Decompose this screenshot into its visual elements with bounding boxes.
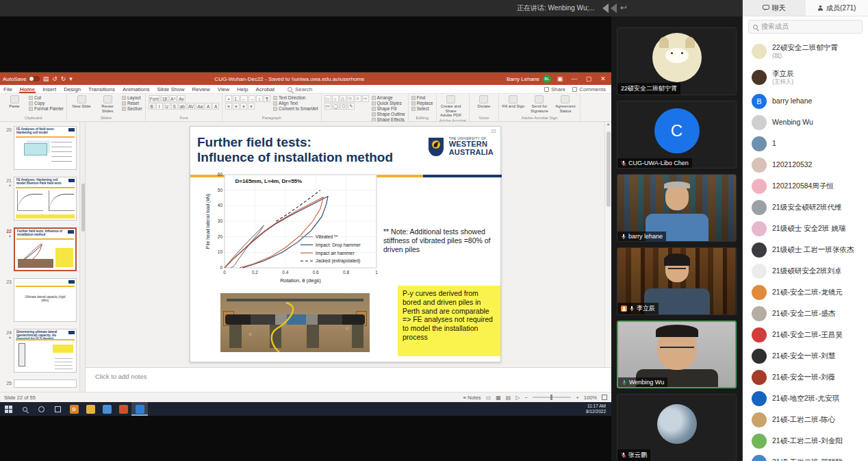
member-row-1202120584周子恒[interactable]: 1202120584周子恒 — [743, 175, 868, 197]
slide-thumbnail-preview[interactable]: FE Analyses: Hardening soil model Shento… — [14, 177, 77, 221]
member-row-21级硕研安全2班刘卓[interactable]: 21级硕研安全2班刘卓 — [743, 260, 868, 282]
ribbon-button-align-text[interactable]: Align Text — [273, 101, 318, 105]
ribbon-tool-item[interactable]: ◇ — [347, 95, 354, 102]
slide-canvas[interactable]: 22 Further field tests: Influence of ins… — [190, 126, 501, 362]
slideshow-icon[interactable]: ▷ — [515, 395, 520, 401]
ribbon-tool-a[interactable]: A — [205, 103, 212, 110]
member-row-21硕-地空2班-尤安琪[interactable]: 21硕-地空2班-尤安琪 — [743, 388, 868, 409]
menu-tab-insert[interactable]: Insert — [42, 86, 57, 93]
member-row-22硕安全二班郁宁霄[interactable]: 22硕安全二班郁宁霄(我) — [743, 38, 868, 64]
ribbon-tool-font[interactable]: Font — [149, 95, 160, 102]
restore-button[interactable]: ▢ — [583, 75, 594, 82]
ribbon-tool-a[interactable]: A — [212, 103, 219, 110]
slide-thumbnail-25[interactable]: 25 — [3, 379, 77, 388]
ribbon-button-cut[interactable]: Cut — [29, 95, 64, 100]
ribbon-button-shape-effects[interactable]: Shape Effects — [372, 117, 405, 122]
member-row-李立辰[interactable]: 李立辰(主持人) — [743, 64, 868, 90]
thumbnail-scrollbar[interactable] — [79, 122, 85, 392]
menu-tab-design[interactable]: Design — [63, 86, 81, 93]
slide-thumbnail-preview[interactable]: Determining ultimate lateral (geotechnic… — [14, 329, 77, 373]
menu-tab-view[interactable]: View — [217, 86, 230, 93]
ribbon-tool-item[interactable]: ≡ — [233, 103, 240, 110]
member-row-21硕-安全二班-王昌昊[interactable]: 21硕-安全二班-王昌昊 — [743, 324, 868, 345]
tab-members[interactable]: 成员(271) — [806, 0, 868, 16]
member-row-21硕-安全二班-盛杰[interactable]: 21硕-安全二班-盛杰 — [743, 303, 868, 324]
member-row-1202120532[interactable]: 1202120532 — [743, 154, 868, 175]
ribbon-button-paste[interactable]: Paste — [3, 95, 26, 109]
account-avatar[interactable]: BL — [543, 75, 551, 83]
ribbon-tool-aa[interactable]: Aa — [196, 103, 204, 110]
slide-thumbnail-preview[interactable]: Further field tests: Influence of instal… — [14, 227, 77, 271]
ribbon-button-reuse-slides[interactable]: Reuse Slides — [96, 95, 119, 113]
slide-thumbnail-21[interactable]: 21✶FE Analyses: Hardening soil model She… — [3, 177, 77, 221]
ribbon-search[interactable]: Search — [288, 86, 312, 92]
member-row-21硕-安全一班-刘慧[interactable]: 21硕-安全一班-刘慧 — [743, 345, 868, 366]
normal-view-icon[interactable]: ▭ — [486, 395, 492, 401]
meeting-app-icon[interactable] — [131, 402, 148, 416]
ribbon-tool-ab[interactable]: ab — [179, 103, 186, 110]
slide-thumbnail-preview[interactable]: Ultimate lateral capacity (rigid piles) — [14, 278, 77, 322]
undo-icon[interactable]: ↺ — [52, 76, 58, 82]
ribbon-tool-item[interactable]: ⇨ — [362, 95, 369, 102]
menu-tab-help[interactable]: Help — [236, 86, 248, 93]
slide-thumbnail-20[interactable]: 20FE Analyses of field tests: Hardening … — [3, 126, 77, 170]
ribbon-button-create-and-share-adobe-pdf[interactable]: Create and Share Adobe PDF — [439, 95, 463, 118]
ribbon-button-shape-outline[interactable]: Shape Outline — [372, 112, 405, 116]
ribbon-button-copy[interactable]: Copy — [29, 101, 64, 105]
ribbon-tool-item[interactable]: ↕ — [256, 95, 263, 102]
close-button[interactable]: ✕ — [598, 75, 609, 82]
ribbon-tool-item[interactable]: ← — [240, 95, 248, 102]
ribbon-tool-item[interactable]: ⬠ — [340, 103, 347, 110]
ribbon-tool-item[interactable]: □ — [324, 95, 331, 102]
ribbon-tool-item[interactable]: △ — [340, 95, 346, 102]
zoom-out-icon[interactable]: − — [524, 395, 528, 401]
cortana-icon[interactable] — [33, 402, 49, 416]
member-row-1[interactable]: 1 — [743, 133, 868, 154]
member-row-21级安全硕研2班代维[interactable]: 21级安全硕研2班代维 — [743, 197, 868, 218]
tab-chat[interactable]: 聊天 — [743, 0, 806, 16]
ribbon-tool-item[interactable]: ▭ — [324, 103, 331, 110]
zoom-in-icon[interactable]: + — [576, 395, 579, 401]
ribbon-button-format-painter[interactable]: Format Painter — [29, 106, 64, 111]
member-row-21级硕士-安全2班-姚瑞[interactable]: 21级硕士 安全2班 姚瑞 — [743, 218, 868, 239]
slide-thumbnail-preview[interactable] — [14, 379, 77, 388]
ribbon-button-arrange[interactable]: Arrange — [372, 95, 405, 100]
ribbon-tool-item[interactable]: ≡ — [248, 103, 255, 110]
autosave-toggle[interactable]: AutoSave — [3, 76, 40, 82]
ribbon-button-shape-fill[interactable]: Shape Fill — [372, 106, 405, 111]
ribbon-tool-item[interactable]: ✎ — [348, 103, 355, 110]
ribbon-tool-item[interactable]: ≡ — [240, 103, 247, 110]
slide-thumbnail-23[interactable]: 23Ultimate lateral capacity (rigid piles… — [3, 278, 77, 322]
ribbon-button-convert-to-smartart[interactable]: Convert to SmartArt — [273, 106, 318, 111]
slide-sorter-icon[interactable]: ▦ — [496, 395, 501, 401]
ribbon-tool-item[interactable]: ☆ — [355, 95, 361, 102]
taskbar-clock[interactable]: 11:17 AM 8/12/2022 — [586, 403, 611, 414]
member-row-21硕-工岩二班-陈心[interactable]: 21硕-工岩二班-陈心 — [743, 409, 868, 430]
video-tile-22硕安全二班郁宁霄[interactable]: 22硕安全二班郁宁霄 — [617, 27, 737, 95]
fit-slide-icon[interactable] — [602, 395, 607, 400]
notes-toggle[interactable]: ≡ Notes — [463, 395, 481, 401]
ribbon-tool-i[interactable]: I — [156, 103, 163, 110]
ribbon-tool-item[interactable]: ¶ — [264, 95, 270, 102]
ribbon-button-quick-styles[interactable]: Quick Styles — [372, 101, 405, 105]
account-name[interactable]: Barry Lehane — [507, 76, 539, 82]
slide-scrollbar[interactable]: ▲ — [604, 122, 611, 367]
video-tile-cug-uwa-libo-chen[interactable]: CCUG-UWA-Libo Chen — [617, 101, 737, 169]
slide-thumbnail-22[interactable]: 22✶Further field tests: Influence of ins… — [3, 227, 77, 271]
ribbon-button-fill-and-sign[interactable]: Fill and Sign — [502, 95, 525, 109]
taskbar-search-icon[interactable] — [16, 402, 33, 416]
ribbon-tool-item[interactable]: ◯ — [332, 103, 340, 110]
slide-thumbnail-preview[interactable]: FE Analyses of field tests: Hardening so… — [14, 126, 77, 170]
menu-tab-review[interactable]: Review — [191, 86, 210, 93]
ribbon-tool-av[interactable]: AV — [187, 103, 195, 110]
menu-tab-file[interactable]: File — [3, 86, 13, 93]
ribbon-tool-av[interactable]: Av — [177, 95, 185, 102]
ribbon-tool-item[interactable]: → — [248, 95, 256, 102]
ribbon-display-options-icon[interactable]: ▣ — [554, 75, 565, 82]
redo-icon[interactable]: ↻ — [61, 76, 66, 82]
video-tile-张云鹏[interactable]: 张云鹏 — [617, 394, 737, 461]
ribbon-button-select[interactable]: Select — [411, 106, 433, 111]
save-icon[interactable]: ▤ — [43, 76, 49, 82]
video-tile-wenbing-wu[interactable]: Wenbing Wu — [617, 321, 737, 388]
menu-tab-slide-show[interactable]: Slide Show — [156, 86, 185, 93]
